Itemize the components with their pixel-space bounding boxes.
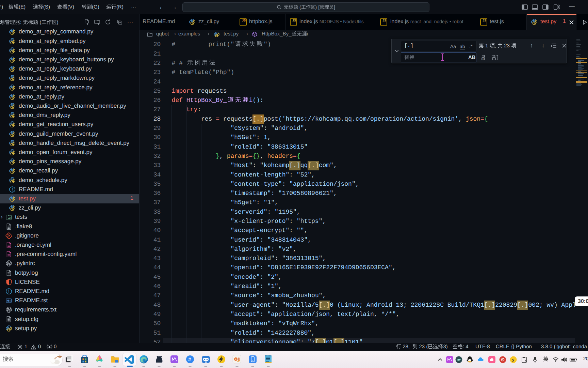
- svg-text:ɔ: ɔ: [512, 358, 514, 363]
- svg-text:#: #: [188, 357, 191, 363]
- svg-text:c: c: [483, 58, 484, 60]
